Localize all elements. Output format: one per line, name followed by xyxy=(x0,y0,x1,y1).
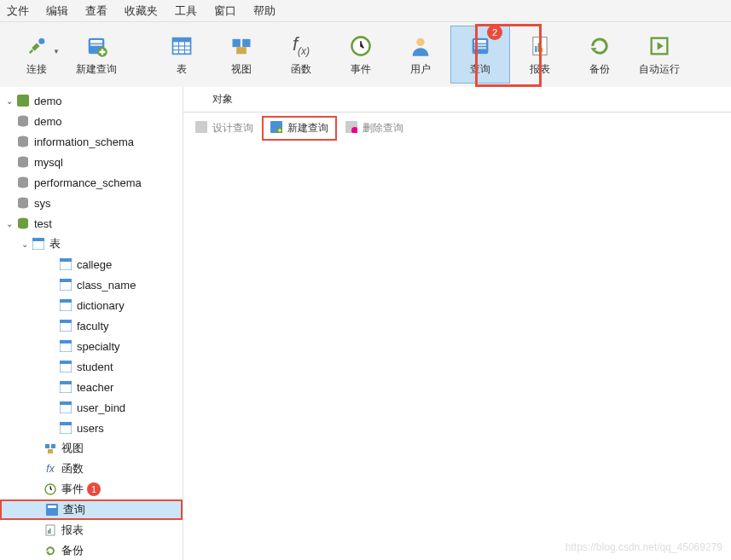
user-icon xyxy=(408,33,433,59)
backup-button[interactable]: 备份 xyxy=(570,26,629,84)
tree-db-test[interactable]: ⌄ test xyxy=(0,213,183,234)
tree-table-callege[interactable]: callege xyxy=(0,254,183,274)
tree-label: faculty xyxy=(77,320,109,332)
connect-label: 连接 xyxy=(26,62,47,77)
menu-view[interactable]: 查看 xyxy=(85,3,107,19)
table-icon xyxy=(58,257,73,272)
menu-favorites[interactable]: 收藏夹 xyxy=(125,3,158,19)
svg-rect-12 xyxy=(242,38,250,46)
svg-rect-55 xyxy=(48,449,53,453)
view-icon xyxy=(229,33,254,59)
svg-rect-19 xyxy=(474,43,486,45)
tree-table-teacher[interactable]: teacher xyxy=(0,377,183,397)
query-icon xyxy=(44,502,60,517)
tree-table-user-bind[interactable]: user_bind xyxy=(0,397,183,418)
autorun-label: 自动运行 xyxy=(639,62,680,77)
new-query-action-button[interactable]: 新建查询 xyxy=(262,116,337,141)
tree-label: 报表 xyxy=(61,522,84,538)
chevron-down-icon[interactable]: ⌄ xyxy=(19,240,31,249)
table-icon xyxy=(58,379,73,395)
menu-file[interactable]: 文件 xyxy=(7,3,29,19)
chevron-down-icon[interactable]: ⌄ xyxy=(3,96,15,106)
menu-edit[interactable]: 编辑 xyxy=(46,3,68,19)
chevron-down-icon[interactable]: ⌄ xyxy=(3,219,15,228)
tree-label: sys xyxy=(34,197,51,210)
clock-icon xyxy=(43,482,58,497)
table-icon xyxy=(58,318,73,333)
svg-rect-62 xyxy=(195,121,207,133)
user-button[interactable]: 用户 xyxy=(391,26,450,84)
tree-group-functions[interactable]: fx函数 xyxy=(0,459,183,479)
sidebar[interactable]: ⌄ demo demo information_schema mysql per… xyxy=(0,87,183,560)
query-button[interactable]: 查询 2 xyxy=(450,26,510,84)
query-label: 查询 xyxy=(470,62,490,77)
menu-window[interactable]: 窗口 xyxy=(214,3,236,19)
delete-query-button[interactable]: 删除查询 xyxy=(339,118,410,139)
tree-label: test xyxy=(34,217,52,230)
svg-point-0 xyxy=(38,38,44,43)
badge-1: 1 xyxy=(87,482,101,496)
tree-group-reports[interactable]: 报表 xyxy=(0,520,183,540)
tree-label: teacher xyxy=(77,381,113,394)
tree-group-events[interactable]: 事件1 xyxy=(0,479,183,499)
tree-label: class_name xyxy=(77,279,136,292)
tree-label: 备份 xyxy=(61,543,84,558)
tree-connection-demo[interactable]: ⌄ demo xyxy=(0,90,183,111)
menu-tools[interactable]: 工具 xyxy=(175,3,197,19)
tree-table-specialty[interactable]: specialty xyxy=(0,336,183,356)
connect-button[interactable]: ▼ 连接 xyxy=(7,26,67,84)
tree-label: 视图 xyxy=(61,441,84,456)
dropdown-arrow-icon: ▼ xyxy=(53,48,60,55)
tree-label: 函数 xyxy=(61,461,84,476)
tree-label: student xyxy=(77,361,113,373)
tree-db-mysql[interactable]: mysql xyxy=(0,152,183,172)
tree-table-dictionary[interactable]: dictionary xyxy=(0,295,183,315)
table-icon xyxy=(58,277,73,292)
event-button[interactable]: 事件 xyxy=(331,26,391,84)
tree-group-backups[interactable]: 备份 xyxy=(0,540,183,560)
table-icon xyxy=(31,236,46,251)
tree-label: mysql xyxy=(34,156,63,169)
tab-objects[interactable]: 对象 xyxy=(200,87,245,112)
new-query-button[interactable]: 新建查询 xyxy=(67,26,126,84)
tree-group-tables[interactable]: ⌄ 表 xyxy=(0,234,183,254)
clock-icon xyxy=(348,33,374,59)
svg-rect-20 xyxy=(474,47,486,49)
report-button[interactable]: 报表 xyxy=(510,26,570,84)
table-icon xyxy=(58,400,73,415)
tree-table-class-name[interactable]: class_name xyxy=(0,274,183,295)
tree-group-queries[interactable]: 查询 xyxy=(0,499,183,520)
toolbar: ▼ 连接 新建查询 表 视图 f(x) 函数 事件 用户 查询 2 报表 备份 xyxy=(0,22,731,87)
action-bar: 设计查询 新建查询 删除查询 xyxy=(183,113,731,143)
tree-table-student[interactable]: student xyxy=(0,356,183,377)
tree-db-information-schema[interactable]: information_schema xyxy=(0,131,183,152)
tree-db-demo[interactable]: demo xyxy=(0,111,183,131)
svg-rect-6 xyxy=(173,38,191,42)
svg-rect-36 xyxy=(60,258,72,262)
backup-icon xyxy=(587,33,612,59)
database-icon xyxy=(15,154,31,170)
svg-rect-11 xyxy=(233,38,241,46)
function-button[interactable]: f(x) 函数 xyxy=(271,26,331,84)
table-button[interactable]: 表 xyxy=(152,26,212,84)
design-query-button[interactable]: 设计查询 xyxy=(189,118,260,139)
view-button[interactable]: 视图 xyxy=(212,26,271,84)
svg-rect-3 xyxy=(90,43,102,45)
new-query-icon xyxy=(270,121,284,135)
database-icon xyxy=(15,175,31,190)
tree-db-sys[interactable]: sys xyxy=(0,193,183,213)
svg-rect-53 xyxy=(45,444,49,448)
tree-table-faculty[interactable]: faculty xyxy=(0,315,183,336)
tree-table-users[interactable]: users xyxy=(0,418,183,438)
tree-group-views[interactable]: 视图 xyxy=(0,438,183,459)
view-icon xyxy=(43,441,58,456)
autorun-button[interactable]: 自动运行 xyxy=(629,26,689,84)
tree-db-performance-schema[interactable]: performance_schema xyxy=(0,172,183,193)
svg-rect-2 xyxy=(90,40,102,43)
menu-help[interactable]: 帮助 xyxy=(253,3,276,19)
function-label: 函数 xyxy=(291,62,311,77)
database-icon xyxy=(15,195,31,211)
view-label: 视图 xyxy=(231,62,252,77)
table-icon xyxy=(58,420,73,436)
user-label: 用户 xyxy=(410,62,431,77)
